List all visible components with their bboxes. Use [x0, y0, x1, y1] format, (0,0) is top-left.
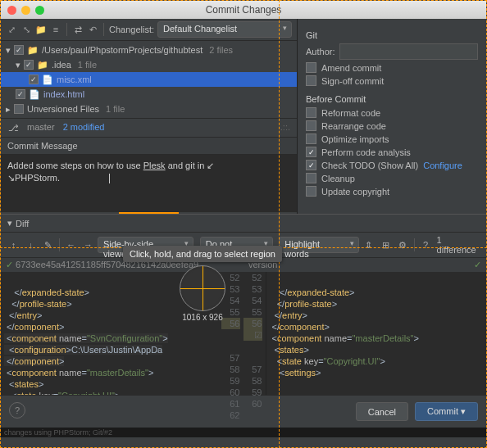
expand-all-icon[interactable]: ⤢	[6, 24, 17, 35]
commit-button[interactable]: Commit ▾	[415, 402, 478, 421]
cleanup-checkbox[interactable]	[306, 173, 316, 183]
cancel-button[interactable]: Cancel	[356, 402, 408, 421]
checkbox[interactable]	[24, 60, 34, 70]
collapse-all-icon[interactable]: ⤡	[20, 24, 32, 35]
back-icon[interactable]: ←	[63, 237, 79, 253]
folder-icon: 📁	[37, 59, 48, 70]
diff-viewer[interactable]: </expanded-state> </profile-state> </ent…	[1, 272, 486, 395]
settings-icon[interactable]: ⚙	[395, 237, 411, 253]
diff-icon[interactable]: ⇄	[72, 24, 84, 35]
sync-scroll-icon[interactable]: ⊞	[378, 237, 394, 253]
collapse-icon[interactable]: ⇕	[361, 237, 376, 253]
next-diff-icon[interactable]: ↓	[23, 237, 39, 253]
git-section-header: Git	[306, 30, 478, 40]
line-numbers: 5253545556575859606162 5253545556 ☑57585…	[221, 272, 266, 395]
configure-link[interactable]: Configure	[423, 161, 462, 170]
diff-left-pane[interactable]: </expanded-state> </profile-state> </ent…	[1, 272, 221, 395]
optimize-checkbox[interactable]	[306, 133, 316, 144]
footer-text: changes using PHPStorm; Git/#2	[1, 428, 486, 437]
commit-message-input[interactable]: Added some steps on how to use Plesk and…	[1, 155, 297, 212]
folder-icon[interactable]: 📁	[35, 24, 47, 35]
difference-count: 1 difference	[437, 235, 481, 255]
ignore-select[interactable]: Do not ignore	[200, 237, 273, 253]
left-revision: ✓ 6733ee45a41251185ff57048216142a0eefea9	[1, 258, 244, 272]
rearrange-checkbox[interactable]	[306, 120, 316, 131]
prev-diff-icon[interactable]: ↑	[6, 237, 21, 253]
changes-toolbar: ⤢ ⤡ 📁 ≡ ⇄ ↶ Changelist: Default Changeli…	[1, 19, 297, 41]
before-commit-header: Before Commit	[306, 94, 478, 104]
commit-message-label: Commit Message	[1, 138, 297, 155]
help-icon[interactable]: ?	[418, 237, 434, 253]
status-bar: ⎇ master 2 modified .::.	[1, 118, 297, 138]
branch-icon: ⎇	[7, 122, 19, 133]
right-revision: version✓	[244, 258, 486, 272]
titlebar: Commit Changes	[1, 1, 486, 19]
group-icon[interactable]: ≡	[50, 24, 61, 35]
todo-checkbox[interactable]	[306, 160, 316, 170]
author-field: Author:	[306, 43, 478, 60]
tree-root[interactable]: ▾ 📁 /Users/paul/PhpstormProjects/githubt…	[1, 43, 297, 57]
viewer-select[interactable]: Side-by-side viewer	[98, 237, 193, 253]
amend-checkbox[interactable]	[306, 62, 316, 73]
file-tree[interactable]: ▾ 📁 /Users/paul/PhpstormProjects/githubt…	[1, 41, 297, 118]
text-cursor-icon	[109, 174, 110, 183]
diff-toolbar: ↑ ↓ ✎ ← → Side-by-side viewer Do not ign…	[1, 233, 486, 258]
tree-file-misc[interactable]: 📄 misc.xml	[1, 72, 297, 87]
diff-header[interactable]: ▾Diff	[1, 214, 486, 233]
reformat-checkbox[interactable]	[306, 107, 316, 118]
xml-file-icon: 📄	[42, 74, 53, 85]
forward-icon[interactable]: →	[80, 237, 96, 253]
tree-folder-idea[interactable]: ▾ 📁 .idea 1 file	[1, 57, 297, 72]
html-file-icon: 📄	[29, 88, 40, 100]
highlight-select[interactable]: Highlight words	[279, 237, 358, 253]
author-input[interactable]	[339, 43, 478, 60]
checkbox[interactable]	[29, 75, 39, 84]
signoff-checkbox[interactable]	[306, 75, 316, 86]
changelist-select[interactable]: Default Changelist	[157, 21, 292, 38]
tree-unversioned[interactable]: ▸ Unversioned Files 1 file	[1, 102, 297, 116]
checkbox[interactable]	[14, 104, 24, 114]
diff-right-pane[interactable]: </expanded-state> </profile-state> </ent…	[266, 272, 487, 395]
copyright-checkbox[interactable]	[306, 186, 316, 197]
analysis-checkbox[interactable]	[306, 147, 316, 157]
checkbox[interactable]	[14, 45, 24, 55]
help-button[interactable]: ?	[9, 402, 25, 419]
window-title: Commit Changes	[0, 4, 487, 16]
folder-icon: 📁	[27, 44, 39, 56]
checkbox[interactable]	[16, 89, 25, 99]
changelist-label: Changelist:	[109, 25, 154, 34]
branch-name: master	[27, 122, 55, 133]
edit-icon[interactable]: ✎	[40, 237, 56, 253]
tree-file-index[interactable]: 📄 index.html	[1, 87, 297, 102]
modified-count: 2 modified	[63, 122, 105, 133]
revert-icon[interactable]: ↶	[87, 24, 98, 35]
